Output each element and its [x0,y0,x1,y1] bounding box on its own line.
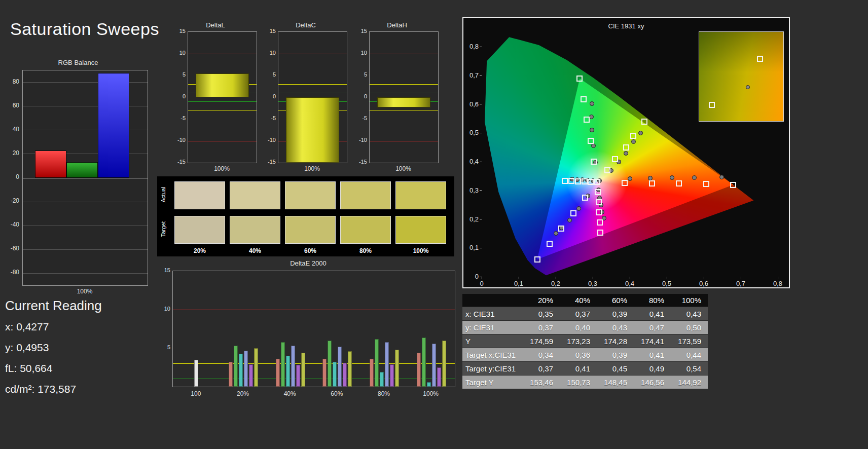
cie-target-point [597,219,603,226]
cie-zoom-inset [699,31,784,122]
cell-value: 0,54 [670,362,707,375]
cie-target-point [584,117,590,123]
cie-x-tick-label: 0,2 [548,280,564,287]
x-axis-label: 100% [188,165,256,172]
cell-value: 100% [670,294,707,307]
deltae-bar-green [375,339,379,387]
rgb-y-tick-label: -40 [4,221,19,228]
delta-y-tick-label: -5 [172,115,186,121]
cell-value: 153,46 [522,376,559,389]
deltae-bar-green [328,341,332,387]
cie-target-point [591,159,597,165]
cie-target-point [612,156,618,162]
cell-value: 20% [522,294,559,307]
delta-y-tick-label: 15 [172,28,186,34]
deltae-bar-blue [291,346,295,387]
delta-y-tick-label: -10 [263,137,276,143]
rgb-balance-chart: RGB Balance 100% 806040200-20-40-60-80 [4,59,152,302]
cie-target-point [604,167,610,173]
cie-target-point [534,256,540,263]
cell-value: 60% [596,294,633,307]
delta-y-tick-label: -15 [354,159,367,165]
cie-x-tick [630,277,630,279]
deltac-plot [278,31,347,163]
deltae-bar-red [229,362,233,387]
cie-measured-point [624,151,628,156]
cie-target-point [730,182,736,188]
current-reading-title: Current Reading [5,298,102,314]
rgb-bar-red [35,151,66,178]
cie-y-tick [480,248,482,248]
limit-line-red [370,141,438,141]
page-title: Saturation Sweeps [10,19,159,39]
row-label: Y [462,334,522,348]
reading-y: y: 0,4953 [5,342,102,354]
cie-y-tick-label: 0,8 [464,43,479,50]
cie-target-point [582,195,588,201]
cie-x-tick-label: 0,8 [770,280,786,287]
cie-target-point [596,199,602,205]
limit-line-yellow [370,110,438,110]
limit-line-red [188,54,257,54]
delta-bar [196,73,249,97]
cie-x-tick [778,277,778,279]
swatch-actual [340,181,391,209]
delta-y-tick-label: 15 [354,28,367,34]
limit-line-yellow [188,110,257,110]
cie-x-tick-label: 0,7 [733,280,749,287]
cell-value: 0,47 [633,321,670,334]
cie-target-point [570,210,576,216]
deltae-x-tick-label: 100 [180,390,211,397]
cie-measured-point [628,176,632,181]
cie-x-tick-label: 0,1 [511,280,527,287]
limit-line-red [278,54,347,54]
delta-y-tick-label: 10 [263,50,276,56]
cell-value: 0,41 [633,307,670,320]
row-label: Target x:CIE31 [462,348,522,361]
cie-1931-chart: CIE 1931 xy 00,10,20,30,40,50,60,70,800,… [462,17,790,288]
swatch-actual [285,181,336,209]
limit-line-yellow [370,84,438,85]
swatch-target [230,216,280,244]
limit-line-red [370,54,438,54]
x-axis-label: 100% [278,165,346,172]
cie-target-point [582,178,588,184]
inset-target-point [757,56,763,62]
cie-target-point [558,226,564,232]
cell-value: 150,73 [559,376,596,389]
deltae-x-tick-label: 100% [416,390,446,397]
cell-value: 0,41 [633,348,670,361]
chart-title: RGB Balance [4,59,152,66]
inset-measured-point [746,85,750,89]
deltae-bar-green [422,338,426,387]
cie-target-point [568,178,574,184]
cie-target-point [562,178,568,184]
rgb-gridline [23,273,148,274]
swatch-row-label: Target [160,215,166,243]
cie-y-tick [480,133,482,133]
deltae-bar-magenta [437,367,441,387]
deltae-bar-yellow [395,350,399,387]
cie-target-point [630,133,636,139]
swatch-actual [174,181,225,209]
deltae-x-tick-label: 20% [228,390,258,397]
swatch-col-label: 40% [230,247,280,254]
cie-x-tick [704,277,704,279]
cell-value: 0,39 [596,348,633,361]
deltae-y-tick-label: 15 [160,267,170,273]
deltae-bar-blue [432,344,436,387]
limit-line-yellow [278,84,347,85]
table-row: Y174,59173,23174,28174,41173,59 [462,334,708,348]
swatch-actual [395,181,446,209]
cie-target-point [596,209,602,215]
swatch-target [340,216,391,244]
cie-y-tick-label: 0,2 [464,215,479,223]
delta-y-tick-label: 5 [172,71,186,78]
deltae-bar-yellow [254,348,258,387]
cie-measured-point [576,206,581,211]
cell-value: 148,45 [596,376,633,389]
delta-y-tick-label: -5 [354,115,367,121]
delta-y-tick-label: 0 [172,93,186,99]
deltal-plot [188,31,257,163]
cie-target-point [588,138,594,144]
